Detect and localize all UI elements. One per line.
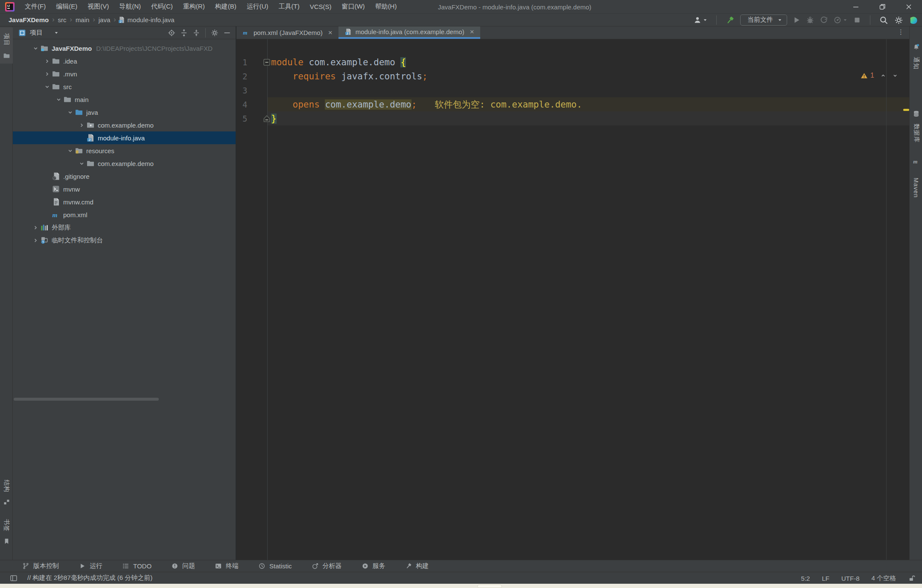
menu-vcs-s[interactable]: VCS(S) [306, 1, 336, 12]
settings-button[interactable] [894, 15, 904, 25]
menu-构建-b[interactable]: 构建(B) [211, 1, 241, 12]
code-line-1[interactable]: 1module com.example.demo { [236, 55, 909, 69]
chevron-right-icon[interactable] [32, 237, 39, 244]
caret-position[interactable]: 5:2 [801, 575, 810, 582]
close-button[interactable] [896, 0, 922, 14]
breadcrumb-item-javafxdemo[interactable]: JavaFXDemo [7, 16, 50, 23]
menu-窗口-w[interactable]: 窗口(W) [337, 1, 369, 12]
tree-item-resources[interactable]: resources [13, 144, 236, 157]
line-separator[interactable]: LF [822, 575, 829, 582]
close-tab-icon[interactable]: × [328, 29, 333, 36]
hide-panel-icon[interactable] [223, 29, 231, 37]
code-editor[interactable]: 1 1module com.example.demo {2 requires j… [236, 39, 909, 560]
menu-工具-t[interactable]: 工具(T) [274, 1, 303, 12]
tool-window-bar-版本控制[interactable]: 版本控制 [22, 562, 59, 570]
code-line-5[interactable]: 5} [236, 111, 909, 125]
tree-item-module-info-java[interactable]: Jmodule-info.java [13, 131, 236, 144]
tool-window-bar-问题[interactable]: 问题 [171, 562, 195, 570]
chevron-down-icon[interactable] [78, 160, 85, 167]
run-configuration-select[interactable]: 当前文件 [740, 15, 787, 26]
build-project-button[interactable] [725, 15, 735, 25]
profile-button[interactable] [693, 16, 708, 24]
editor-tab-pom-xml-javafxdemo[interactable]: mpom.xml (JavaFXDemo)× [236, 26, 338, 39]
tool-window-bar-statistic[interactable]: Statistic [258, 562, 292, 570]
editor-tab-module-info-java-com-example-demo[interactable]: Jmodule-info.java (com.example.demo)× [338, 26, 480, 39]
next-problem-icon[interactable] [892, 73, 898, 79]
lock-open-icon[interactable] [908, 575, 915, 582]
tool-window-button-书签[interactable]: 书签 [0, 513, 13, 549]
fold-start-icon[interactable] [262, 58, 271, 67]
code-line-2[interactable]: 2 requires javafx.controls; [236, 69, 909, 83]
tree-item-mvnw-cmd[interactable]: mvnw.cmd [13, 195, 236, 208]
tree-item-pom-xml[interactable]: mpom.xml [13, 208, 236, 221]
tool-window-button-通知[interactable]: 通知 [910, 39, 922, 76]
tool-window-bar-运行[interactable]: 运行 [79, 562, 102, 570]
tree-item-main[interactable]: main [13, 93, 236, 106]
tree-item-mvn[interactable]: .mvn [13, 67, 236, 80]
tree-item-com-example-demo[interactable]: com.example.demo [13, 157, 236, 170]
tree-item-gitignore[interactable]: .gitignore [13, 170, 236, 183]
previous-problem-icon[interactable] [880, 73, 886, 79]
chevron-right-icon[interactable] [32, 224, 39, 231]
tree-item-src[interactable]: src [13, 80, 236, 93]
tree-item-idea[interactable]: .idea [13, 55, 236, 67]
select-opened-file-icon[interactable] [167, 29, 176, 37]
inspection-widget[interactable]: 1 [861, 72, 898, 79]
search-everywhere-button[interactable] [879, 15, 889, 25]
fold-end-icon[interactable] [262, 114, 271, 123]
tool-window-bar-分析器[interactable]: 分析器 [312, 562, 342, 570]
code-line-3[interactable]: 3 [236, 83, 909, 97]
error-stripe-warning-mark[interactable] [903, 109, 909, 111]
expand-all-icon[interactable] [180, 29, 188, 37]
chevron-down-icon[interactable] [67, 147, 74, 154]
chevron-right-icon[interactable] [44, 70, 51, 78]
tool-window-bar-todo[interactable]: TODO [122, 562, 152, 570]
close-tab-icon[interactable]: × [470, 28, 474, 35]
menu-编辑-e[interactable]: 编辑(E) [52, 1, 82, 12]
indent-setting[interactable]: 4 个空格 [871, 574, 896, 582]
tool-window-bar-服务[interactable]: 服务 [362, 562, 385, 570]
breadcrumb-item-src[interactable]: src [56, 16, 68, 23]
chevron-down-icon[interactable] [44, 83, 51, 90]
chevron-down-icon[interactable] [32, 45, 39, 52]
tool-window-button-项目[interactable]: 项目 [0, 27, 13, 64]
tool-window-button-maven[interactable]: mMaven [910, 154, 922, 210]
tree-item-临时文件和控制台[interactable]: 临时文件和控制台 [13, 234, 236, 247]
chevron-down-icon[interactable] [54, 30, 59, 35]
tab-options-icon[interactable]: ⋮ [898, 28, 904, 36]
tool-window-button-结构[interactable]: 结构 [0, 474, 13, 510]
menu-文件-f[interactable]: 文件(F) [20, 1, 50, 12]
restore-button[interactable] [869, 0, 896, 14]
tool-window-bar-构建[interactable]: 构建 [405, 562, 429, 570]
status-message[interactable]: // 构建在 2秒87毫秒内成功完成 (6 分钟之前) [27, 574, 152, 582]
chevron-right-icon[interactable] [78, 122, 85, 129]
tree-item-java[interactable]: java [13, 106, 236, 119]
collapse-all-icon[interactable] [192, 29, 201, 37]
horizontal-scrollbar[interactable] [14, 398, 159, 401]
menu-帮助-h[interactable]: 帮助(H) [371, 1, 401, 12]
menu-代码-c[interactable]: 代码(C) [147, 1, 177, 12]
chevron-right-icon[interactable] [44, 58, 51, 65]
tree-item-javafxdemo[interactable]: JavaFXDemoD:\IDEAProjects\JCNCProjects\J… [13, 42, 236, 55]
chevron-down-icon[interactable] [67, 109, 74, 116]
file-encoding[interactable]: UTF-8 [841, 575, 860, 582]
tree-item-外部库[interactable]: 外部库 [13, 221, 236, 234]
tree-item-com-example-demo[interactable]: com.example.demo [13, 119, 236, 131]
menu-视图-v[interactable]: 视图(V) [83, 1, 113, 12]
breadcrumb-item-main[interactable]: main [74, 16, 91, 23]
menu-运行-u[interactable]: 运行(U) [242, 1, 273, 12]
tree-item-mvnw[interactable]: mvnw [13, 183, 236, 195]
plugin-button[interactable] [909, 15, 919, 25]
tool-window-bar-终端[interactable]: 终端 [215, 562, 239, 570]
chevron-down-icon[interactable] [55, 96, 62, 103]
code-line-4[interactable]: 4 opens com.example.demo;软件包为空: com.exam… [236, 97, 909, 111]
project-panel-title[interactable]: 项目 [30, 29, 43, 37]
breadcrumb-item-java[interactable]: java [97, 16, 112, 23]
breadcrumb-item-module-info-java[interactable]: module-info.java [126, 16, 176, 23]
tool-window-layout-icon[interactable] [9, 574, 18, 582]
menu-重构-r[interactable]: 重构(R) [179, 1, 209, 12]
gear-icon[interactable] [210, 29, 219, 37]
tool-window-button-数据库[interactable]: 数据库 [910, 106, 922, 149]
menu-导航-n[interactable]: 导航(N) [115, 1, 145, 12]
minimize-button[interactable] [843, 0, 869, 14]
